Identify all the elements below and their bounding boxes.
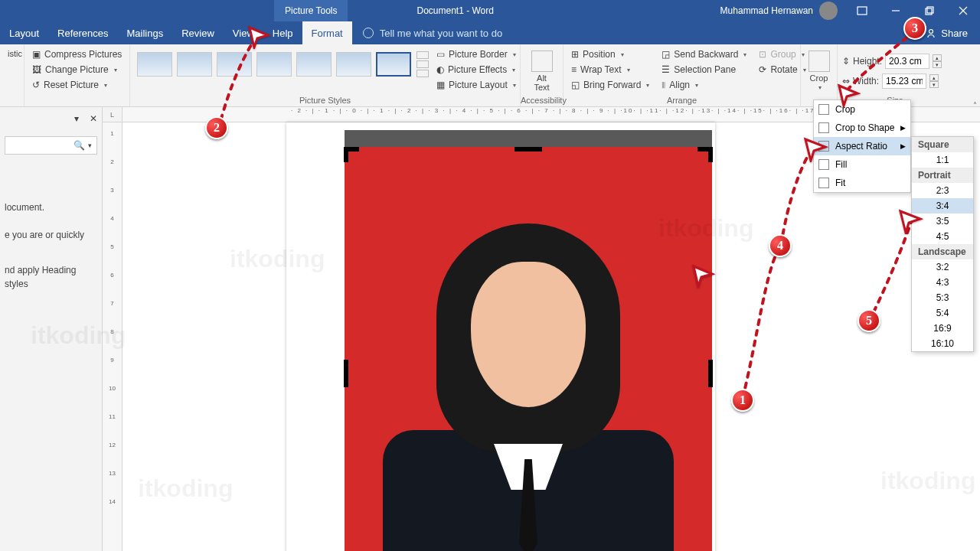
annotation-cursor-3 [836, 83, 861, 110]
annotation-marker-3: 3 [903, 17, 926, 40]
annotation-marker-2: 2 [205, 116, 228, 139]
svg-marker-9 [839, 86, 858, 106]
annotation-paths [0, 0, 980, 551]
annotation-cursor-4 [802, 136, 828, 165]
svg-marker-8 [694, 266, 712, 286]
annotation-cursor-1 [691, 263, 715, 291]
svg-marker-7 [250, 28, 268, 47]
annotation-cursor-5 [897, 208, 923, 237]
svg-marker-10 [805, 139, 825, 161]
annotation-cursor-2 [247, 24, 271, 52]
annotation-marker-5: 5 [858, 309, 880, 332]
svg-marker-11 [900, 211, 920, 233]
annotation-marker-1: 1 [731, 389, 754, 412]
annotation-marker-4: 4 [769, 234, 792, 257]
